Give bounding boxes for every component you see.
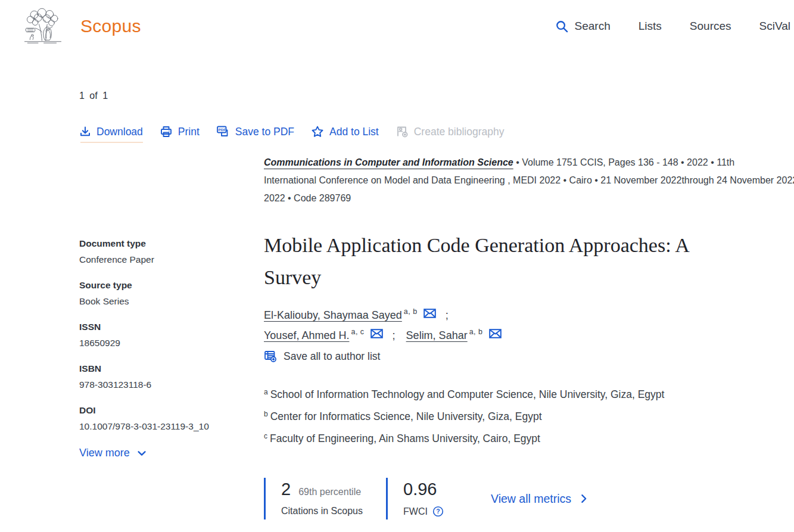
pubinfo-line2: International Conference on Model and Da… — [264, 172, 794, 189]
fwci-metric: 0.96 FWCI ? — [386, 478, 475, 519]
scopus-home-link[interactable]: Scopus — [21, 8, 141, 45]
author-link-3[interactable]: Selim, Sahar — [406, 329, 468, 342]
nav-scival[interactable]: SciVal — [759, 20, 790, 33]
doi-value: 10.1007/978-3-031-23119-3_10 — [79, 421, 264, 432]
source-type-label: Source type — [79, 280, 264, 291]
doc-type-label: Document type — [79, 238, 264, 249]
affiliation-c: cFaculty of Engineering, Ain Shams Unive… — [264, 428, 794, 450]
add-to-list-button[interactable]: Add to List — [311, 125, 379, 138]
download-button[interactable]: Download — [79, 126, 143, 138]
issn-label: ISSN — [79, 322, 264, 332]
citation-count: 2 — [281, 480, 291, 499]
isbn-label: ISBN — [79, 363, 264, 374]
svg-text:?: ? — [436, 508, 440, 515]
author-affil-sup-1: a, b — [404, 307, 418, 316]
isbn-value: 978-303123118-6 — [79, 379, 264, 390]
print-button[interactable]: Print — [160, 125, 200, 138]
author-affil-sup-2: a, c — [351, 328, 364, 336]
author-list-add-icon — [264, 350, 277, 363]
author-separator: ; — [446, 309, 449, 322]
main-nav: Search Lists Sources SciVal — [555, 20, 790, 33]
pdf-icon: PDF — [216, 125, 230, 138]
create-bibliography-button[interactable]: Create bibliography — [396, 125, 505, 138]
citations-metric: 2 69th percentile Citations in Scopus — [264, 478, 386, 519]
author-separator: ; — [393, 329, 396, 342]
nav-search-label: Search — [575, 20, 611, 33]
author-link-1[interactable]: El-Kaliouby, Shaymaa Sayed — [264, 309, 402, 322]
affiliation-a: aSchool of Information Technology and Co… — [264, 384, 794, 406]
doi-label: DOI — [79, 405, 264, 416]
brand-wordmark: Scopus — [80, 16, 141, 36]
affiliation-list: aSchool of Information Technology and Co… — [264, 384, 794, 450]
pubinfo-line3: 2022 • Code 289769 — [264, 189, 794, 207]
email-icon[interactable] — [424, 309, 436, 318]
fwci-label: FWCI — [403, 506, 428, 517]
chevron-down-icon — [136, 448, 147, 459]
star-icon — [311, 125, 324, 138]
pubinfo-line1: • Volume 1751 CCIS, Pages 136 - 148 • 20… — [516, 157, 734, 167]
document-toolbar: Download Print PDF Save to PDF Add to Li… — [79, 125, 794, 138]
metrics-panel: 2 69th percentile Citations in Scopus 0.… — [264, 478, 794, 519]
print-icon — [160, 125, 173, 138]
citation-percentile: 69th percentile — [298, 487, 361, 497]
chevron-right-icon — [578, 493, 589, 504]
email-icon[interactable] — [489, 329, 502, 338]
view-all-metrics-link[interactable]: View all metrics — [491, 492, 589, 506]
source-type-value: Book Series — [79, 296, 264, 307]
view-more-button[interactable]: View more — [79, 447, 264, 459]
bibliography-icon — [396, 125, 409, 138]
affiliation-b: bCenter for Informatics Science, Nile Un… — [264, 406, 794, 428]
document-meta-sidebar: Document type Conference Paper Source ty… — [79, 154, 264, 519]
search-icon — [555, 20, 569, 33]
nav-lists[interactable]: Lists — [639, 20, 662, 33]
document-title: Mobile Application Code Generation Appro… — [264, 229, 749, 294]
nav-sources[interactable]: Sources — [690, 20, 731, 33]
svg-text:PDF: PDF — [218, 127, 226, 132]
publication-info: Communications in Computer and Informati… — [264, 154, 794, 207]
author-link-2[interactable]: Yousef, Ahmed H. — [264, 329, 349, 342]
download-icon — [79, 126, 91, 138]
source-title-link[interactable]: Communications in Computer and Informati… — [264, 157, 513, 167]
issn-value: 18650929 — [79, 338, 264, 349]
elsevier-tree-logo — [21, 8, 65, 45]
author-affil-sup-3: a, b — [469, 328, 483, 336]
doc-type-value: Conference Paper — [79, 254, 264, 265]
fwci-value: 0.96 — [403, 480, 437, 499]
save-to-pdf-button[interactable]: PDF Save to PDF — [216, 125, 294, 138]
citations-label: Citations in Scopus — [281, 506, 386, 517]
result-pager: 1 of 1 — [79, 91, 794, 101]
top-header: Scopus Search Lists Sources SciVal — [0, 0, 794, 49]
help-icon[interactable]: ? — [432, 506, 444, 517]
author-list: El-Kaliouby, Shaymaa Sayed a, b ; Yousef… — [264, 309, 794, 363]
nav-search[interactable]: Search — [555, 20, 611, 33]
email-icon[interactable] — [370, 329, 383, 338]
save-all-authors-button[interactable]: Save all to author list — [264, 350, 794, 363]
